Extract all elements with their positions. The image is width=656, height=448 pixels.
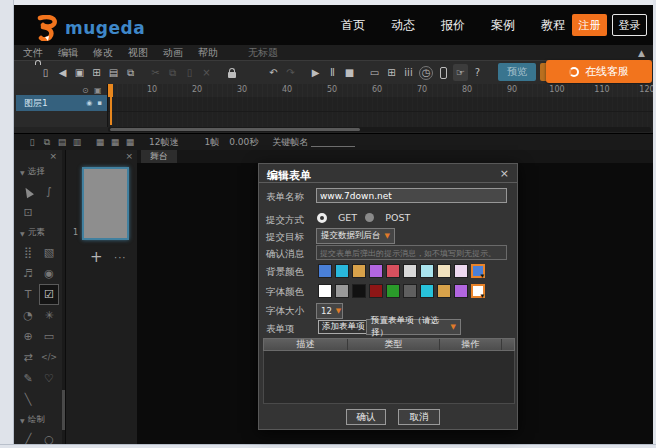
playhead-handle[interactable] bbox=[108, 84, 113, 97]
nav-item-3[interactable]: 案例 bbox=[491, 17, 515, 34]
confirm-message-input[interactable] bbox=[316, 245, 507, 260]
select-tool-icon[interactable] bbox=[18, 181, 38, 202]
onion-skin-icon[interactable]: ▥ bbox=[72, 137, 82, 148]
layer-lock-icon[interactable]: ▪ bbox=[97, 99, 102, 107]
pages-panel-close-icon[interactable]: × bbox=[125, 151, 133, 161]
keyframe-track[interactable] bbox=[108, 97, 653, 127]
cut-icon[interactable]: ✂ bbox=[148, 64, 163, 81]
lasso-tool-icon[interactable]: ∫ bbox=[39, 181, 59, 202]
paste-icon[interactable]: ▯ bbox=[182, 64, 197, 81]
font-size-select[interactable]: 12 ▼ bbox=[316, 303, 343, 319]
font-color-swatch-9[interactable] bbox=[471, 284, 485, 298]
bg-color-swatch-2[interactable] bbox=[352, 264, 366, 278]
mugeda-logo[interactable]: mugeda bbox=[36, 14, 145, 42]
menu-item-4[interactable]: 动画 bbox=[163, 46, 183, 60]
transform-tool-icon[interactable]: ⊡ bbox=[18, 202, 38, 223]
radio-post[interactable] bbox=[365, 213, 374, 222]
bg-color-swatch-3[interactable] bbox=[369, 264, 383, 278]
submit-target-select[interactable]: 提交数据到后台 ▼ bbox=[316, 228, 395, 244]
font-color-swatch-5[interactable] bbox=[403, 284, 417, 298]
menu-item-0[interactable]: 文件 bbox=[23, 46, 43, 60]
login-button[interactable]: 登录 bbox=[612, 14, 647, 36]
visibility-column-icon[interactable]: ⊙ bbox=[82, 86, 89, 95]
lock-column-icon[interactable]: ▣ bbox=[94, 86, 102, 95]
dialog-titlebar[interactable]: 编辑表单 × bbox=[259, 164, 517, 183]
cancel-button[interactable]: 取消 bbox=[398, 409, 440, 425]
delete-icon[interactable]: × bbox=[199, 64, 214, 81]
form-name-input[interactable] bbox=[316, 188, 507, 203]
board-element-icon[interactable]: ▭ bbox=[39, 326, 59, 347]
image-element-icon[interactable]: ▧ bbox=[39, 242, 59, 263]
nav-item-2[interactable]: 报价 bbox=[441, 17, 465, 34]
comment-icon[interactable]: ▭ bbox=[367, 64, 382, 81]
gesture-icon[interactable]: ☞ bbox=[453, 64, 468, 81]
play-icon[interactable]: ▶ bbox=[308, 64, 323, 81]
lock-icon[interactable] bbox=[224, 64, 239, 81]
font-color-swatch-6[interactable] bbox=[420, 284, 434, 298]
dialog-close-icon[interactable]: × bbox=[500, 167, 509, 180]
grid-element-icon[interactable]: ⣿ bbox=[18, 242, 38, 263]
web-element-icon[interactable]: ⊕ bbox=[18, 326, 38, 347]
bg-color-swatch-7[interactable] bbox=[437, 264, 451, 278]
brush-element-icon[interactable]: ✎ bbox=[18, 368, 38, 389]
text-element-icon[interactable]: T bbox=[18, 284, 38, 305]
font-color-swatch-2[interactable] bbox=[352, 284, 366, 298]
menu-item-1[interactable]: 编辑 bbox=[58, 46, 78, 60]
unlock-icon[interactable] bbox=[241, 64, 256, 81]
bg-color-swatch-6[interactable] bbox=[420, 264, 434, 278]
audio-element-icon[interactable]: ♬ bbox=[18, 263, 38, 284]
font-color-swatch-4[interactable] bbox=[386, 284, 400, 298]
register-button[interactable]: 注册 bbox=[572, 14, 607, 36]
bg-color-swatch-9[interactable] bbox=[471, 264, 485, 278]
components-icon[interactable]: ⊞ bbox=[89, 64, 104, 81]
qr-code-icon[interactable]: ⊞ bbox=[384, 64, 399, 81]
frame-view-1-icon[interactable]: ▦ bbox=[95, 137, 105, 148]
undo-icon[interactable]: ↶ bbox=[266, 64, 281, 81]
new-frame-icon[interactable]: ▯ bbox=[27, 137, 37, 148]
phone-preview-icon[interactable] bbox=[436, 64, 451, 81]
tools-panel-close-icon[interactable]: × bbox=[49, 151, 57, 161]
add-page-button[interactable]: + bbox=[90, 248, 103, 266]
layer-row-selected[interactable]: 图层1 ◉ ▪ bbox=[16, 95, 107, 111]
tool-section-header-1[interactable]: ▼元素 bbox=[20, 227, 62, 239]
nav-item-4[interactable]: 教程 bbox=[541, 17, 565, 34]
radio-get[interactable] bbox=[317, 213, 327, 223]
publish-icon[interactable]: ▤ bbox=[106, 64, 121, 81]
columns-icon[interactable]: iii bbox=[401, 64, 416, 81]
tool-section-header-0[interactable]: ▼选择 bbox=[20, 166, 62, 178]
timeline-scrollbar-track[interactable] bbox=[108, 127, 651, 132]
confirm-button[interactable]: 确认 bbox=[346, 409, 386, 425]
layer-visibility-icon[interactable]: ◉ bbox=[86, 99, 92, 107]
frame-view-2-icon[interactable]: ▦ bbox=[110, 137, 120, 148]
bg-color-swatch-1[interactable] bbox=[335, 264, 349, 278]
form-element-icon[interactable]: ☑ bbox=[39, 284, 59, 305]
new-document-icon[interactable]: ▯ bbox=[38, 64, 53, 81]
online-support-button[interactable]: 在线客服 bbox=[546, 60, 652, 83]
delete-frame-icon[interactable]: ▤ bbox=[57, 137, 67, 148]
menu-item-5[interactable]: 帮助 bbox=[198, 46, 218, 60]
timeline-ruler[interactable]: 102030405060708090100110120 bbox=[108, 84, 653, 97]
font-color-swatch-0[interactable] bbox=[318, 284, 332, 298]
copy-icon[interactable]: ⧉ bbox=[165, 64, 180, 81]
code-element-icon[interactable]: </> bbox=[39, 347, 59, 368]
collapse-caret-icon[interactable]: ▲ bbox=[638, 48, 645, 58]
redo-icon[interactable]: ↷ bbox=[283, 64, 298, 81]
keyframe-name-input[interactable] bbox=[311, 137, 355, 147]
nav-item-0[interactable]: 首页 bbox=[341, 17, 365, 34]
tab-stage[interactable]: 舞台 bbox=[141, 150, 177, 163]
bg-color-swatch-8[interactable] bbox=[454, 264, 468, 278]
tools-scrollbar-track[interactable] bbox=[62, 150, 65, 444]
frame-view-3-icon[interactable]: ▦ bbox=[125, 137, 135, 148]
bg-color-swatch-4[interactable] bbox=[386, 264, 400, 278]
stop-icon[interactable]: ■ bbox=[342, 64, 357, 81]
nav-item-1[interactable]: 动态 bbox=[391, 17, 415, 34]
like-element-icon[interactable]: ♡ bbox=[39, 368, 59, 389]
font-color-swatch-8[interactable] bbox=[454, 284, 468, 298]
help-icon[interactable]: ? bbox=[470, 64, 485, 81]
timer-element-icon[interactable]: ◔ bbox=[18, 305, 38, 326]
font-color-swatch-7[interactable] bbox=[437, 284, 451, 298]
shape-tool-icon[interactable]: ○ bbox=[39, 429, 59, 444]
pen-tool-icon[interactable]: ╱ bbox=[18, 429, 38, 444]
font-color-swatch-3[interactable] bbox=[369, 284, 383, 298]
import-icon[interactable]: ◀ bbox=[55, 64, 70, 81]
